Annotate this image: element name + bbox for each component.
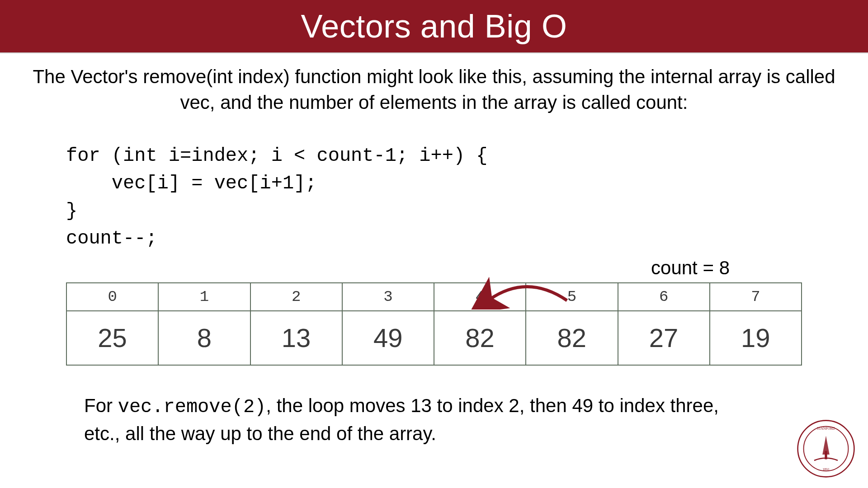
array-value-cell: 82: [434, 311, 526, 365]
array-value-cell: 82: [526, 311, 618, 365]
slide-title: Vectors and Big O: [301, 8, 567, 45]
array-diagram: 0 1 2 3 4 5 6 7 25 8 13 49 82 82 27 19: [66, 282, 802, 366]
array-value-row: 25 8 13 49 82 82 27 19: [66, 311, 802, 365]
svg-text:STANFORD: STANFORD: [817, 427, 835, 431]
code-block: for (int i=index; i < count-1; i++) { ve…: [66, 142, 843, 253]
array-index-row: 0 1 2 3 4 5 6 7: [66, 283, 802, 311]
array-value-cell: 19: [710, 311, 802, 365]
explanation-text: For vec.remove(2), the loop moves 13 to …: [84, 393, 743, 447]
svg-text:1891: 1891: [822, 468, 830, 472]
explanation-code: vec.remove(2): [118, 396, 266, 418]
stanford-seal-icon: STANFORD 1891: [797, 419, 855, 478]
array-value-cell: 25: [66, 311, 158, 365]
count-label: count = 8: [25, 257, 843, 279]
array-index-cell: 4: [434, 283, 526, 311]
slide-header: Vectors and Big O: [0, 0, 868, 53]
array-index-cell: 0: [66, 283, 158, 311]
array-index-cell: 6: [618, 283, 710, 311]
array-index-cell: 2: [250, 283, 342, 311]
array-index-cell: 1: [158, 283, 250, 311]
array-index-cell: 5: [526, 283, 618, 311]
slide-body: The Vector's remove(int index) function …: [0, 53, 868, 447]
array-table: 0 1 2 3 4 5 6 7 25 8 13 49 82 82 27 19: [66, 282, 802, 366]
explanation-prefix: For: [84, 395, 118, 416]
array-value-cell: 8: [158, 311, 250, 365]
array-value-cell: 27: [618, 311, 710, 365]
intro-text: The Vector's remove(int index) function …: [25, 64, 843, 115]
array-index-cell: 7: [710, 283, 802, 311]
array-value-cell: 13: [250, 311, 342, 365]
array-value-cell: 49: [342, 311, 434, 365]
array-index-cell: 3: [342, 283, 434, 311]
